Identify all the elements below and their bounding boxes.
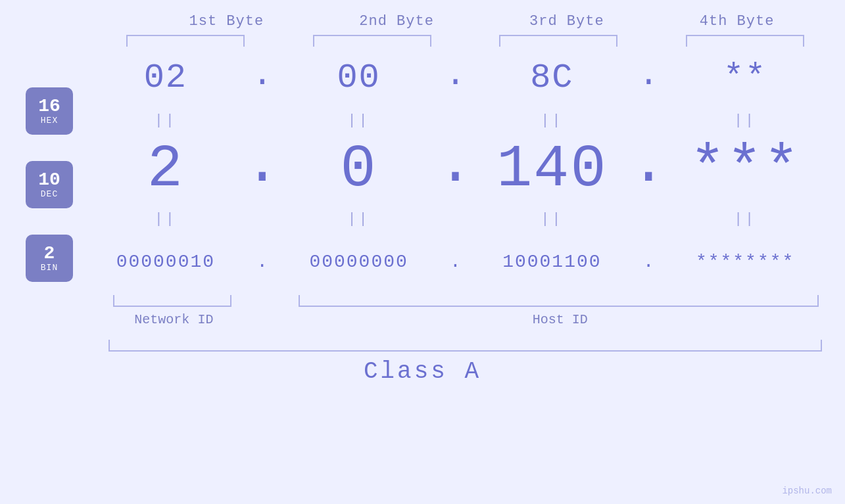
grid-content: 02 . 00 . 8C . ** — [85, 48, 845, 334]
hex-b2-value: 00 — [337, 58, 380, 97]
eq2-c1: || — [85, 211, 246, 227]
network-id-label-cell: Network ID — [85, 312, 262, 327]
eq1-c2: || — [279, 112, 439, 129]
dec-dot-1-text: . — [245, 131, 280, 198]
dec-dot-3-text: . — [631, 131, 666, 198]
hex-badge-number: 16 — [38, 97, 60, 116]
host-id-label-cell: Host ID — [295, 312, 825, 327]
bin-dot-2: . — [439, 252, 472, 272]
badges-column: 16 HEX 10 DEC 2 BIN — [0, 48, 85, 334]
network-id-label: Network ID — [134, 312, 213, 327]
networkid-bracket — [113, 295, 231, 307]
host-id-label: Host ID — [533, 312, 588, 327]
hex-b1-cell: 02 — [85, 58, 246, 97]
dec-row: 2 . 0 . 140 . *** — [85, 133, 825, 206]
dec-badge-label: DEC — [41, 189, 58, 199]
eq1-c3: || — [472, 112, 633, 129]
bin-badge-number: 2 — [44, 244, 55, 263]
bin-dot-1: . — [246, 252, 279, 272]
bin-row: 00000010 . 00000000 . 10001100 . — [85, 232, 825, 291]
main-container: 1st Byte 2nd Byte 3rd Byte 4th Byte 16 H… — [0, 0, 845, 504]
dec-b2-cell: 0 — [279, 136, 439, 203]
byte-header-4: 4th Byte — [652, 13, 822, 30]
byte-header-1: 1st Byte — [141, 13, 312, 30]
hex-b4-cell: ** — [665, 58, 825, 97]
hex-badge: 16 HEX — [26, 87, 73, 135]
dec-b4-cell: *** — [665, 136, 825, 203]
eq1-c2-text: || — [347, 112, 370, 129]
eq1-c3-text: || — [541, 112, 563, 129]
hex-dot-3: . — [632, 56, 665, 100]
equals-row-2: || || || || — [85, 206, 825, 232]
eq2-c4-text: || — [734, 211, 756, 227]
bin-b1-value: 00000010 — [116, 252, 215, 272]
hex-dot-2: . — [439, 56, 472, 100]
bin-b4-value: ******** — [696, 252, 794, 272]
dec-b1-value: 2 — [147, 136, 184, 203]
dec-b1-cell: 2 — [85, 136, 246, 203]
dec-b3-value: 140 — [496, 136, 607, 203]
bottom-brackets-row — [85, 295, 825, 307]
class-label-wrap: Class A — [0, 358, 845, 385]
bin-dot-3-text: . — [643, 252, 654, 272]
dec-dot-1: . — [246, 131, 279, 208]
dec-b3-cell: 140 — [472, 136, 633, 203]
eq1-c1-text: || — [155, 112, 177, 129]
top-bracket-2 — [313, 35, 431, 47]
eq2-c4: || — [665, 211, 825, 227]
eq1-c4-text: || — [734, 112, 756, 129]
eq2-c2: || — [279, 211, 439, 227]
class-label: Class A — [364, 358, 481, 385]
eq2-c1-text: || — [155, 211, 177, 227]
class-bracket — [109, 340, 822, 352]
dec-dot-3: . — [632, 131, 665, 208]
bin-dot-2-text: . — [450, 252, 461, 272]
id-labels-row: Network ID Host ID — [85, 312, 825, 327]
watermark: ipshu.com — [782, 486, 832, 496]
hostid-bracket-wrap — [292, 295, 825, 307]
hex-b1-value: 02 — [144, 58, 187, 97]
class-bracket-wrap — [109, 340, 822, 352]
hex-badge-label: HEX — [41, 116, 58, 126]
bin-b1-cell: 00000010 — [85, 252, 246, 272]
top-bracket-3 — [499, 35, 617, 47]
bin-dot-3: . — [632, 252, 665, 272]
byte-headers-row: 1st Byte 2nd Byte 3rd Byte 4th Byte — [109, 13, 822, 30]
dec-b2-value: 0 — [341, 136, 377, 203]
hex-b3-value: 8C — [530, 58, 573, 97]
bin-b2-value: 00000000 — [309, 252, 408, 272]
hex-row: 02 . 00 . 8C . ** — [85, 48, 825, 107]
eq2-c2-text: || — [347, 211, 370, 227]
eq1-c1: || — [85, 112, 246, 129]
bin-badge: 2 BIN — [26, 235, 73, 282]
eq1-c4: || — [665, 112, 825, 129]
bin-b2-cell: 00000000 — [279, 252, 439, 272]
hex-dot-2-text: . — [445, 56, 466, 95]
networkid-bracket-wrap — [85, 295, 259, 307]
bin-b3-value: 10001100 — [502, 252, 601, 272]
hex-b4-value: ** — [723, 58, 767, 97]
bin-b3-cell: 10001100 — [472, 252, 633, 272]
bin-badge-label: BIN — [41, 263, 58, 273]
hostid-bracket — [299, 295, 819, 307]
dec-dot-2-text: . — [438, 131, 473, 198]
hex-dot-1-text: . — [252, 56, 272, 95]
hex-b2-cell: 00 — [279, 58, 439, 97]
hex-dot-3-text: . — [639, 56, 659, 95]
bin-b4-cell: ******** — [665, 252, 825, 272]
dec-badge-number: 10 — [38, 171, 60, 189]
hex-dot-1: . — [246, 56, 279, 100]
eq2-c3: || — [472, 211, 633, 227]
equals-row-1: || || || || — [85, 107, 825, 133]
top-bracket-4 — [686, 35, 804, 47]
byte-header-2: 2nd Byte — [312, 13, 482, 30]
dec-b4-value: *** — [690, 136, 800, 203]
eq2-c3-text: || — [541, 211, 563, 227]
main-area: 16 HEX 10 DEC 2 BIN 02 . — [0, 48, 845, 334]
dec-badge: 10 DEC — [26, 161, 73, 208]
bin-dot-1-text: . — [256, 252, 268, 272]
byte-header-3: 3rd Byte — [482, 13, 652, 30]
hex-b3-cell: 8C — [472, 58, 633, 97]
top-bracket-1 — [126, 35, 245, 47]
top-brackets — [109, 35, 822, 47]
